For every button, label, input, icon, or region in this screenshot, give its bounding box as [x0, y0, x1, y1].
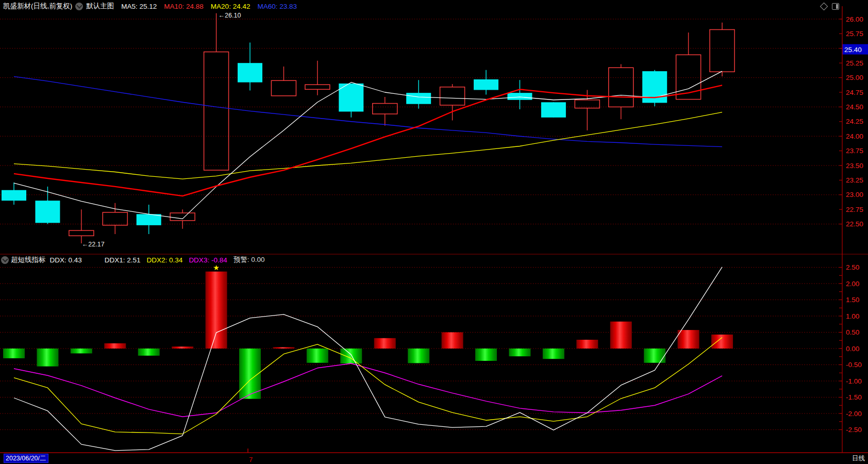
- ddx-bar: [206, 272, 227, 349]
- candle: [305, 61, 330, 95]
- candle: [103, 203, 127, 234]
- candle: [609, 64, 633, 119]
- ddx-bar: [442, 333, 463, 349]
- ddx-bar: [576, 340, 598, 349]
- high-annotation: ←26.10: [219, 12, 241, 19]
- price-axis-label: 25.75: [846, 30, 863, 38]
- symbol-title[interactable]: 凯盛新材(日线,前复权): [3, 2, 72, 11]
- value-axis-label: 0.50: [846, 328, 859, 336]
- ma10-label: MA10: 24.88: [164, 3, 204, 10]
- period-label[interactable]: 日线: [852, 454, 865, 463]
- ddx-bar: [408, 349, 429, 363]
- value-axis-label: -1.00: [846, 377, 862, 385]
- ddx-bar: [307, 349, 328, 363]
- value-axis-label: 2.50: [846, 263, 859, 271]
- candle: [339, 84, 363, 118]
- value-axis-label: -1.50: [846, 393, 862, 401]
- ddx-bar: [711, 335, 733, 349]
- ddx-bar: [138, 349, 160, 356]
- ddx3-value: DDX3: -0.84: [189, 256, 227, 264]
- ddx-value: DDX: 0.43: [50, 256, 82, 264]
- ma-line-ma20: [14, 112, 722, 179]
- value-axis-label: -0.50: [846, 361, 862, 369]
- alert-value: 预警: 0.00: [233, 255, 265, 264]
- candle: [507, 80, 532, 109]
- price-axis-label: 22.50: [846, 220, 863, 228]
- chevron-down-icon[interactable]: [75, 3, 83, 10]
- ddx-header: 超短线指标 DDX: 0.43 DDX1: 2.51 DDX2: 0.34 DD…: [1, 255, 264, 265]
- ddx-bar: [475, 349, 497, 361]
- ddx1-value: DDX1: 2.51: [105, 256, 141, 264]
- ddx-bar: [543, 349, 564, 359]
- price-axis-label: 26.00: [846, 15, 863, 23]
- chart-frame: [0, 6, 868, 453]
- price-axis-label: 24.50: [846, 103, 863, 111]
- ma-line-ma5: [14, 71, 722, 219]
- value-axis-label: 2.00: [846, 280, 859, 288]
- value-axis-label: -2.00: [846, 410, 862, 418]
- ddx-bar: [172, 346, 193, 349]
- ddx-bar: [3, 349, 25, 358]
- ma-line-ma10: [14, 85, 722, 196]
- indicator-name[interactable]: 超短线指标: [11, 255, 46, 264]
- current-price-text: 25.40: [844, 46, 862, 54]
- price-axis-label: 23.75: [846, 147, 863, 155]
- ddx2-value: DDX2: 0.34: [147, 256, 183, 264]
- price-axis-label: 24.75: [846, 89, 863, 96]
- price-axis-label: 24.00: [846, 132, 863, 140]
- ma60-label: MA60: 23.83: [257, 3, 297, 10]
- title-bar: 凯盛新材(日线,前复权) 默认主图 MA5: 25.12 MA10: 24.88…: [0, 0, 868, 12]
- candle: [373, 97, 397, 126]
- value-axis-label: 1.00: [846, 312, 859, 320]
- price-axis-label: 25.00: [846, 74, 863, 81]
- price-axis-label: 22.75: [846, 206, 863, 213]
- ddx-bar: [644, 349, 665, 363]
- price-axis-label: 25.25: [846, 59, 863, 67]
- value-axis-label: 0.00: [846, 345, 859, 353]
- main-candle-panel: 26.0025.7525.5025.2525.0024.7524.5024.25…: [0, 12, 868, 248]
- ma20-label: MA20: 24.42: [211, 3, 251, 10]
- stock-chart-canvas: 26.0025.7525.5025.2525.0024.7524.5024.25…: [0, 0, 868, 464]
- value-axis-label: -2.50: [846, 426, 862, 434]
- value-axis-label: 1.50: [846, 296, 859, 304]
- ddx-bar: [37, 349, 58, 367]
- collapse-chevron-icon[interactable]: [1, 256, 9, 264]
- candle: [238, 42, 262, 90]
- ddx-bar: [610, 322, 632, 349]
- ddx-bar: [509, 349, 530, 356]
- time-axis-bar: 2023/06/20/二 日线: [0, 453, 868, 464]
- candle: [642, 70, 667, 106]
- low-annotation: ←22.17: [82, 241, 105, 248]
- ma5-label: MA5: 25.12: [121, 3, 157, 10]
- candle: [676, 32, 701, 100]
- split-pane-icon[interactable]: [832, 3, 839, 10]
- candle: [69, 209, 94, 243]
- candle: [406, 80, 431, 109]
- candle: [541, 102, 566, 118]
- ddx-bar: [340, 349, 362, 363]
- ddx-bar: [273, 347, 294, 349]
- price-axis-label: 24.25: [846, 118, 863, 125]
- ddx-indicator-panel: 2.502.001.501.000.500.00-0.50-1.00-1.50-…: [0, 263, 862, 463]
- ddx-line-ddx1: [14, 267, 722, 451]
- main-layout-button[interactable]: 默认主图: [86, 2, 114, 11]
- candle: [204, 13, 229, 170]
- candle: [35, 187, 60, 224]
- candle: [2, 183, 26, 205]
- date-badge: 2023/06/20/二: [4, 454, 48, 463]
- candle: [710, 23, 735, 77]
- price-axis-label: 23.50: [846, 162, 863, 170]
- candle: [271, 67, 296, 96]
- candle: [474, 70, 498, 95]
- candle: [137, 205, 161, 234]
- price-axis-label: 23.25: [846, 176, 863, 184]
- ddx-bar: [374, 338, 396, 349]
- ddx-bar: [71, 349, 92, 353]
- ddx-bar: [678, 330, 699, 349]
- price-axis-label: 23.00: [846, 191, 863, 198]
- ddx-bar: [104, 343, 126, 349]
- diamond-icon[interactable]: [820, 2, 828, 10]
